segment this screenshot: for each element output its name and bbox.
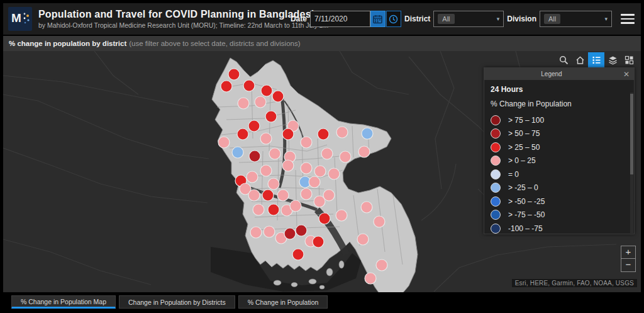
district-dot[interactable] <box>296 225 307 236</box>
district-dot[interactable] <box>358 146 370 157</box>
district-dot[interactable] <box>336 127 348 138</box>
district-dot[interactable] <box>268 178 279 190</box>
district-dot[interactable] <box>301 137 312 148</box>
legend-scrollbar-thumb[interactable] <box>630 94 633 174</box>
district-dot[interactable] <box>238 98 249 109</box>
district-dot[interactable] <box>292 249 304 260</box>
district-value: All <box>438 14 454 24</box>
date-label: Date <box>291 14 307 23</box>
district-dot[interactable] <box>218 137 230 148</box>
district-dot[interactable] <box>243 80 255 91</box>
legend-item: > -50 – -25 <box>491 195 628 208</box>
district-dot[interactable] <box>250 227 262 238</box>
division-select[interactable]: All ▾ <box>540 11 612 27</box>
district-dot[interactable] <box>232 147 243 158</box>
district-dot[interactable] <box>284 228 296 239</box>
district-dot[interactable] <box>268 204 279 215</box>
basemap-button[interactable] <box>621 52 637 67</box>
map-toolbar <box>555 52 637 67</box>
time-button[interactable] <box>386 11 401 27</box>
legend-subtitle: % Change in Population <box>491 100 628 108</box>
district-dot[interactable] <box>265 111 277 122</box>
legend-swatch <box>491 196 501 207</box>
district-dot[interactable] <box>255 96 266 108</box>
district-dot[interactable] <box>365 273 376 284</box>
home-button[interactable] <box>572 52 588 67</box>
legend-swatch <box>491 142 501 152</box>
zoom-controls: + − <box>621 246 636 272</box>
zoom-out-button[interactable]: − <box>621 259 636 272</box>
district-dot[interactable] <box>248 190 260 201</box>
legend-header[interactable]: Legend ✕ <box>484 68 634 80</box>
search-icon <box>559 55 569 65</box>
district-select[interactable]: All ▾ <box>433 11 504 27</box>
app-header: M Population and Travel for COVID Planni… <box>3 3 641 35</box>
moru-logo: M <box>8 7 32 31</box>
chevron-down-icon: ▾ <box>497 16 500 22</box>
district-dot[interactable] <box>247 171 258 183</box>
app: M Population and Travel for COVID Planni… <box>3 3 641 310</box>
district-dot[interactable] <box>309 176 320 188</box>
district-dot[interactable] <box>269 148 280 159</box>
district-dot[interactable] <box>321 148 333 159</box>
district-dot[interactable] <box>357 234 369 245</box>
district-dot[interactable] <box>313 236 324 248</box>
legend-label: > -75 – -50 <box>508 210 545 219</box>
legend-item: = 0 <box>491 168 628 181</box>
calendar-button[interactable] <box>370 11 386 27</box>
legend-item: > 25 – 50 <box>491 140 628 154</box>
tab-change-in-population-by-districts[interactable]: Change in Population by Districts <box>119 295 235 309</box>
map-caption: % change in population by district <box>9 40 126 47</box>
legend-swatch <box>491 156 501 166</box>
district-dot[interactable] <box>314 166 326 177</box>
district-dot[interactable] <box>221 81 232 92</box>
district-dot[interactable] <box>328 168 340 179</box>
menu-button[interactable] <box>621 11 635 26</box>
district-dot[interactable] <box>314 196 325 207</box>
district-dot[interactable] <box>301 188 312 200</box>
zoom-in-button[interactable]: + <box>621 246 636 259</box>
district-dot[interactable] <box>336 210 347 221</box>
close-icon[interactable]: ✕ <box>619 70 634 79</box>
district-dot[interactable] <box>290 200 301 212</box>
tab-change-in-population-map[interactable]: % Change in Population Map <box>11 295 116 309</box>
legend-items: > 75 – 100> 50 – 75> 25 – 50> 0 – 25= 0>… <box>491 113 628 235</box>
district-dot[interactable] <box>374 216 385 227</box>
district-dot[interactable] <box>261 85 272 96</box>
chevron-down-icon: ▾ <box>604 16 608 22</box>
district-dot[interactable] <box>361 202 372 213</box>
search-button[interactable] <box>555 52 572 67</box>
date-input[interactable] <box>310 11 370 27</box>
layers-button[interactable] <box>604 52 621 67</box>
district-dot[interactable] <box>319 213 330 224</box>
map-container[interactable]: Legend ✕ 24 Hours % Change in Population… <box>3 51 641 292</box>
district-dot[interactable] <box>253 204 264 215</box>
district-dot[interactable] <box>260 133 272 144</box>
district-dot[interactable] <box>282 160 294 171</box>
district-dot[interactable] <box>277 190 289 201</box>
legend-scrollbar[interactable] <box>630 93 633 235</box>
district-dot[interactable] <box>264 226 275 237</box>
district-dot[interactable] <box>249 151 260 162</box>
district-dot[interactable] <box>228 69 240 80</box>
district-dot[interactable] <box>272 91 284 102</box>
district-dot[interactable] <box>301 162 312 174</box>
home-icon <box>575 55 585 65</box>
district-dot[interactable] <box>248 120 260 132</box>
tab-change-in-population[interactable]: % Change in Population <box>238 295 328 309</box>
district-dot[interactable] <box>260 165 272 176</box>
district-dot[interactable] <box>262 190 274 201</box>
district-dot[interactable] <box>340 151 351 162</box>
district-dot[interactable] <box>237 128 248 140</box>
district-dot[interactable] <box>318 128 329 140</box>
layers-icon <box>608 55 618 65</box>
bottom-tab-bar: % Change in Population Map Change in Pop… <box>3 292 641 310</box>
district-dot[interactable] <box>376 259 387 271</box>
district-dot[interactable] <box>282 128 294 140</box>
division-label: Division <box>507 14 536 23</box>
legend-icon <box>592 55 601 65</box>
district-label: District <box>404 14 430 23</box>
district-dot[interactable] <box>362 128 373 139</box>
legend-panel: Legend ✕ 24 Hours % Change in Population… <box>484 67 635 234</box>
legend-button[interactable] <box>588 52 604 67</box>
